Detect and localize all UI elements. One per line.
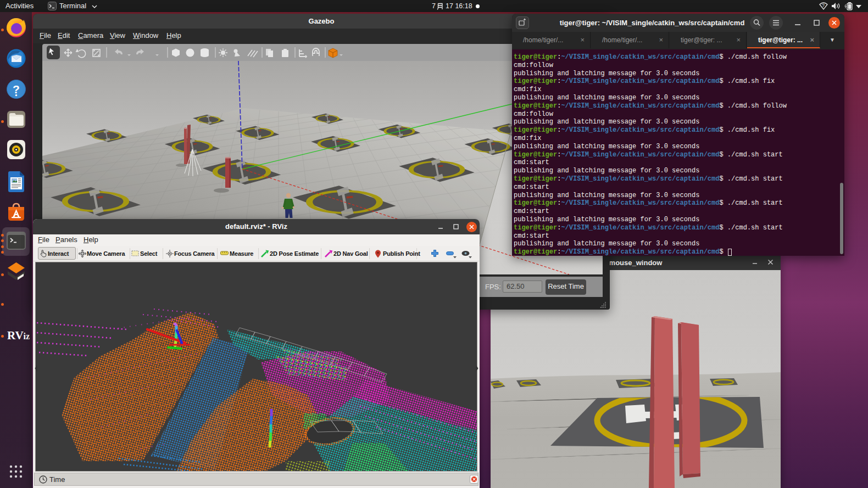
svg-text:?: ? <box>13 83 20 96</box>
svg-text:?: ? <box>822 3 825 8</box>
